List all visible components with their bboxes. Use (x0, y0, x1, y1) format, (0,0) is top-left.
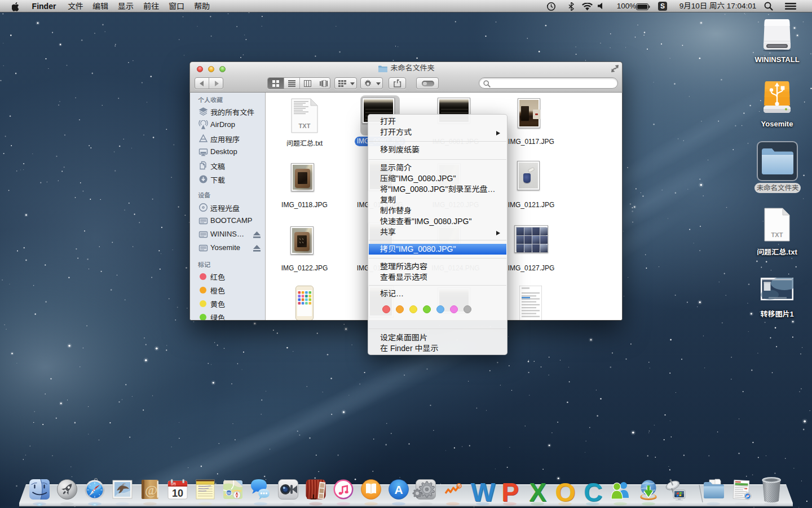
svg-text:A: A (394, 483, 403, 496)
svg-text:10: 10 (172, 488, 183, 499)
svg-text:TXT: TXT (299, 122, 311, 129)
svg-text:TXT: TXT (771, 231, 783, 238)
svg-text:C: C (584, 478, 602, 507)
svg-text:280: 280 (226, 492, 232, 495)
svg-text:O: O (555, 478, 576, 507)
svg-text:@: @ (145, 483, 157, 497)
svg-text:X: X (529, 478, 546, 507)
svg-text:M: M (457, 484, 460, 488)
svg-text:P: P (501, 478, 519, 507)
svg-text:W: W (471, 478, 496, 507)
